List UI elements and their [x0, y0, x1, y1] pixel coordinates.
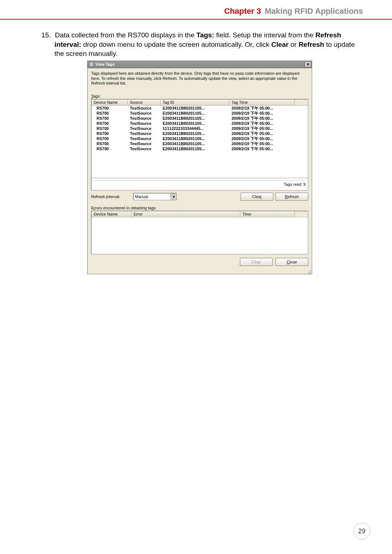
- cell-time: 2009/2/19 下午 05:00...: [229, 121, 295, 126]
- resize-grip-icon[interactable]: [87, 270, 312, 274]
- table-row[interactable]: RS700TestSourceE2003411B80201105...2009/…: [91, 121, 308, 126]
- view-tags-dialog: View Tags ✕ Tags displayed here are obta…: [87, 61, 312, 274]
- cell-device: RS700: [91, 121, 128, 126]
- tags-body: RS700TestSourceE2003411B80201105...2009/…: [91, 106, 308, 151]
- col-tagtime[interactable]: Tag Time: [229, 99, 295, 105]
- table-row[interactable]: RS700TestSourceE2003411B80201105...2009/…: [91, 136, 308, 141]
- table-row[interactable]: RS700TestSourceE2003411B80201105...2009/…: [91, 131, 308, 136]
- cell-time: 2009/2/19 下午 05:00...: [229, 141, 295, 146]
- cell-source: TestSource: [128, 141, 160, 146]
- titlebar[interactable]: View Tags ✕: [87, 61, 312, 68]
- close-icon[interactable]: ✕: [305, 61, 311, 67]
- dropdown-value: Manual: [135, 194, 148, 199]
- cell-device: RS700: [91, 111, 128, 116]
- cell-source: TestSource: [128, 136, 160, 141]
- errors-header[interactable]: Device Name Error Time: [91, 211, 308, 217]
- table-row[interactable]: RS700TestSourceE2003411B80201105...2009/…: [91, 116, 308, 121]
- cell-tagid: E2003411B80201105...: [160, 141, 229, 146]
- info-text: Tags displayed here are obtained directl…: [91, 71, 308, 86]
- table-row[interactable]: RS700TestSourceE2003411B80201105...2009/…: [91, 141, 308, 146]
- cell-tagid: E2003411B80201105...: [160, 106, 229, 111]
- cell-tagid: 11112222333344445...: [160, 126, 229, 131]
- cell-time: 2009/2/19 下午 05:00...: [229, 126, 295, 131]
- table-row[interactable]: RS700TestSourceE2003411B80201105...2009/…: [91, 106, 308, 111]
- cell-tagid: E2003411B80201105...: [160, 121, 229, 126]
- footer-row: Clear Close: [91, 258, 308, 266]
- cell-tagid: E2003411B80201105...: [160, 111, 229, 116]
- tags-label: Tags:: [91, 94, 308, 98]
- cell-device: RS700: [91, 141, 128, 146]
- chapter-title: Making RFID Applications: [262, 7, 363, 16]
- cell-time: 2009/2/19 下午 05:00...: [229, 106, 295, 111]
- clear-errors-button: Clear: [240, 258, 273, 266]
- cell-device: RS700: [91, 136, 128, 141]
- cell-source: TestSource: [128, 116, 160, 121]
- step-number: 15.: [41, 30, 53, 40]
- col-err-error[interactable]: Error: [131, 211, 240, 217]
- cell-tagid: E2003411B80201105...: [160, 131, 229, 136]
- page-number: 29: [354, 523, 370, 539]
- cell-time: 2009/2/19 下午 05:00...: [229, 116, 295, 121]
- cell-tagid: E2003411B80201105...: [160, 146, 229, 151]
- cell-source: TestSource: [128, 131, 160, 136]
- table-row[interactable]: RS700TestSourceE2003411B80201105...2009/…: [91, 111, 308, 116]
- refresh-interval-label: Refresh interval:: [91, 194, 131, 199]
- refresh-row: Refresh interval: Manual ▾ Clear Refresh: [91, 193, 308, 201]
- chevron-down-icon[interactable]: ▾: [171, 193, 176, 200]
- window-title: View Tags: [95, 62, 115, 66]
- tags-listview[interactable]: Device Name Source Tag ID Tag Time RS700…: [91, 99, 308, 178]
- refresh-interval-dropdown[interactable]: Manual ▾: [133, 193, 177, 200]
- table-row[interactable]: RS700TestSourceE2003411B80201105...2009/…: [91, 146, 308, 151]
- cell-device: RS700: [91, 131, 128, 136]
- col-device[interactable]: Device Name: [91, 99, 128, 105]
- cell-time: 2009/2/19 下午 05:00...: [229, 111, 295, 116]
- body-paragraph: 15. Data collected from the RS700 displa…: [54, 30, 363, 58]
- cell-source: TestSource: [128, 126, 160, 131]
- cell-source: TestSource: [128, 121, 160, 126]
- cell-source: TestSource: [128, 111, 160, 116]
- cell-tagid: E2003411B80201105...: [160, 116, 229, 121]
- cell-time: 2009/2/19 下午 05:00...: [229, 136, 295, 141]
- cell-time: 2009/2/19 下午 05:00...: [229, 131, 295, 136]
- cell-device: RS700: [91, 146, 128, 151]
- clear-button[interactable]: Clear: [241, 193, 273, 201]
- chapter-number: Chapter 3: [224, 7, 261, 16]
- cell-device: RS700: [91, 106, 128, 111]
- col-err-time[interactable]: Time: [240, 211, 295, 217]
- col-source[interactable]: Source: [128, 99, 160, 105]
- cell-source: TestSource: [128, 146, 160, 151]
- close-button[interactable]: Close: [275, 258, 308, 266]
- cell-device: RS700: [91, 116, 128, 121]
- page-header: Chapter 3 Making RFID Applications: [0, 0, 392, 20]
- step-text: Data collected from the RS700 displays i…: [54, 31, 355, 57]
- tags-read: Tags read: 9: [91, 178, 308, 190]
- cell-time: 2009/2/19 下午 05:00...: [229, 146, 295, 151]
- col-err-device[interactable]: Device Name: [91, 211, 131, 217]
- cell-device: RS700: [91, 126, 128, 131]
- tags-header[interactable]: Device Name Source Tag ID Tag Time: [91, 99, 308, 106]
- app-icon: [89, 62, 94, 67]
- errors-label: Errors encountered in obtaining tags:: [91, 206, 308, 210]
- col-tagid[interactable]: Tag ID: [160, 99, 229, 105]
- refresh-button[interactable]: Refresh: [275, 193, 308, 201]
- errors-listview[interactable]: Device Name Error Time: [91, 211, 308, 254]
- cell-tagid: E2003411B80201105...: [160, 136, 229, 141]
- cell-source: TestSource: [128, 106, 160, 111]
- table-row[interactable]: RS700TestSource11112222333344445...2009/…: [91, 126, 308, 131]
